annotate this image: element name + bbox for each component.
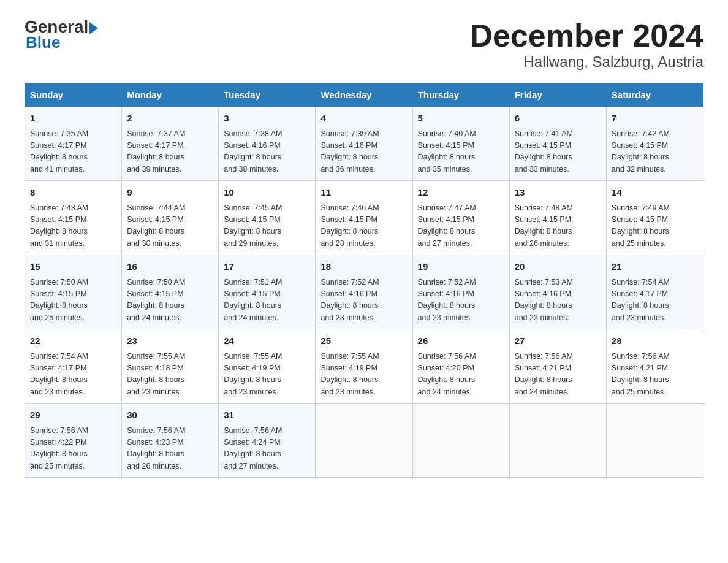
calendar-cell: 18Sunrise: 7:52 AMSunset: 4:16 PMDayligh… <box>316 255 412 329</box>
weekday-header-row: SundayMondayTuesdayWednesdayThursdayFrid… <box>25 83 703 107</box>
page-header: General Blue December 2024 Hallwang, Sal… <box>25 18 703 71</box>
day-number: 11 <box>320 186 407 200</box>
day-detail: Sunrise: 7:49 AMSunset: 4:15 PMDaylight:… <box>612 202 698 250</box>
day-number: 19 <box>418 260 504 274</box>
day-detail: Sunrise: 7:56 AMSunset: 4:22 PMDaylight:… <box>30 425 116 473</box>
calendar-cell <box>606 404 703 478</box>
day-number: 9 <box>127 186 213 200</box>
day-number: 6 <box>515 112 601 126</box>
day-number: 21 <box>612 260 698 274</box>
day-number: 14 <box>612 186 698 200</box>
calendar-week-row: 15Sunrise: 7:50 AMSunset: 4:15 PMDayligh… <box>25 255 703 329</box>
day-detail: Sunrise: 7:48 AMSunset: 4:15 PMDaylight:… <box>515 202 601 250</box>
day-number: 20 <box>515 260 601 274</box>
calendar-cell: 13Sunrise: 7:48 AMSunset: 4:15 PMDayligh… <box>509 181 606 255</box>
calendar-cell <box>316 404 412 478</box>
calendar-cell: 1Sunrise: 7:35 AMSunset: 4:17 PMDaylight… <box>25 107 122 181</box>
weekday-header-wednesday: Wednesday <box>316 83 412 107</box>
calendar-cell: 5Sunrise: 7:40 AMSunset: 4:15 PMDaylight… <box>412 107 509 181</box>
calendar-cell <box>412 404 509 478</box>
calendar-week-row: 8Sunrise: 7:43 AMSunset: 4:15 PMDaylight… <box>25 181 703 255</box>
weekday-header-thursday: Thursday <box>412 83 509 107</box>
day-number: 7 <box>612 112 698 126</box>
day-detail: Sunrise: 7:41 AMSunset: 4:15 PMDaylight:… <box>515 128 601 176</box>
day-number: 13 <box>515 186 601 200</box>
calendar-cell: 25Sunrise: 7:55 AMSunset: 4:19 PMDayligh… <box>316 329 412 404</box>
day-detail: Sunrise: 7:47 AMSunset: 4:15 PMDaylight:… <box>418 202 504 250</box>
calendar-cell: 15Sunrise: 7:50 AMSunset: 4:15 PMDayligh… <box>25 255 122 329</box>
day-number: 15 <box>30 260 116 274</box>
day-detail: Sunrise: 7:54 AMSunset: 4:17 PMDaylight:… <box>612 277 698 324</box>
calendar-cell: 10Sunrise: 7:45 AMSunset: 4:15 PMDayligh… <box>219 181 316 255</box>
day-detail: Sunrise: 7:38 AMSunset: 4:16 PMDaylight:… <box>224 128 310 176</box>
day-detail: Sunrise: 7:37 AMSunset: 4:17 PMDaylight:… <box>127 128 213 176</box>
day-detail: Sunrise: 7:35 AMSunset: 4:17 PMDaylight:… <box>30 128 116 176</box>
day-number: 28 <box>612 334 698 348</box>
calendar-cell: 20Sunrise: 7:53 AMSunset: 4:16 PMDayligh… <box>509 255 606 329</box>
calendar-cell: 26Sunrise: 7:56 AMSunset: 4:20 PMDayligh… <box>412 329 509 404</box>
day-detail: Sunrise: 7:39 AMSunset: 4:16 PMDaylight:… <box>320 128 407 176</box>
calendar-cell: 12Sunrise: 7:47 AMSunset: 4:15 PMDayligh… <box>412 181 509 255</box>
day-detail: Sunrise: 7:51 AMSunset: 4:15 PMDaylight:… <box>224 277 310 324</box>
calendar-cell: 21Sunrise: 7:54 AMSunset: 4:17 PMDayligh… <box>606 255 703 329</box>
calendar-cell: 28Sunrise: 7:56 AMSunset: 4:21 PMDayligh… <box>606 329 703 404</box>
day-number: 30 <box>127 408 213 423</box>
calendar-cell: 31Sunrise: 7:56 AMSunset: 4:24 PMDayligh… <box>219 404 316 478</box>
day-number: 24 <box>224 334 310 348</box>
calendar-cell: 17Sunrise: 7:51 AMSunset: 4:15 PMDayligh… <box>219 255 316 329</box>
calendar-cell: 3Sunrise: 7:38 AMSunset: 4:16 PMDaylight… <box>219 107 316 181</box>
calendar-week-row: 22Sunrise: 7:54 AMSunset: 4:17 PMDayligh… <box>25 329 703 404</box>
day-number: 22 <box>30 334 116 348</box>
month-title: December 2024 <box>469 18 703 53</box>
day-detail: Sunrise: 7:55 AMSunset: 4:19 PMDaylight:… <box>320 351 407 399</box>
day-number: 4 <box>320 112 407 126</box>
calendar-cell: 6Sunrise: 7:41 AMSunset: 4:15 PMDaylight… <box>509 107 606 181</box>
calendar-table: SundayMondayTuesdayWednesdayThursdayFrid… <box>25 83 703 478</box>
day-number: 27 <box>515 334 601 348</box>
weekday-header-friday: Friday <box>509 83 606 107</box>
day-detail: Sunrise: 7:50 AMSunset: 4:15 PMDaylight:… <box>127 277 213 324</box>
calendar-cell: 23Sunrise: 7:55 AMSunset: 4:18 PMDayligh… <box>122 329 219 404</box>
day-detail: Sunrise: 7:40 AMSunset: 4:15 PMDaylight:… <box>418 128 504 176</box>
day-number: 17 <box>224 260 310 274</box>
day-number: 18 <box>320 260 407 274</box>
day-number: 2 <box>127 112 213 126</box>
day-number: 29 <box>30 408 116 423</box>
logo-blue-text: Blue <box>25 33 60 52</box>
day-number: 31 <box>224 408 310 423</box>
location-title: Hallwang, Salzburg, Austria <box>469 53 703 71</box>
day-number: 5 <box>418 112 504 126</box>
day-detail: Sunrise: 7:42 AMSunset: 4:15 PMDaylight:… <box>612 128 698 176</box>
calendar-cell: 19Sunrise: 7:52 AMSunset: 4:16 PMDayligh… <box>412 255 509 329</box>
day-number: 25 <box>320 334 407 348</box>
day-detail: Sunrise: 7:45 AMSunset: 4:15 PMDaylight:… <box>224 202 310 250</box>
day-number: 1 <box>30 112 116 126</box>
day-number: 12 <box>418 186 504 200</box>
calendar-cell: 11Sunrise: 7:46 AMSunset: 4:15 PMDayligh… <box>316 181 412 255</box>
day-detail: Sunrise: 7:46 AMSunset: 4:15 PMDaylight:… <box>320 202 407 250</box>
day-number: 10 <box>224 186 310 200</box>
calendar-cell: 8Sunrise: 7:43 AMSunset: 4:15 PMDaylight… <box>25 181 122 255</box>
calendar-week-row: 1Sunrise: 7:35 AMSunset: 4:17 PMDaylight… <box>25 107 703 181</box>
calendar-cell: 22Sunrise: 7:54 AMSunset: 4:17 PMDayligh… <box>25 329 122 404</box>
calendar-cell: 29Sunrise: 7:56 AMSunset: 4:22 PMDayligh… <box>25 404 122 478</box>
weekday-header-sunday: Sunday <box>25 83 122 107</box>
weekday-header-monday: Monday <box>122 83 219 107</box>
day-number: 23 <box>127 334 213 348</box>
calendar-cell: 24Sunrise: 7:55 AMSunset: 4:19 PMDayligh… <box>219 329 316 404</box>
day-detail: Sunrise: 7:54 AMSunset: 4:17 PMDaylight:… <box>30 351 116 399</box>
day-detail: Sunrise: 7:55 AMSunset: 4:18 PMDaylight:… <box>127 351 213 399</box>
calendar-cell: 9Sunrise: 7:44 AMSunset: 4:15 PMDaylight… <box>122 181 219 255</box>
day-detail: Sunrise: 7:56 AMSunset: 4:23 PMDaylight:… <box>127 425 213 473</box>
logo-triangle-icon <box>89 22 98 34</box>
calendar-cell: 27Sunrise: 7:56 AMSunset: 4:21 PMDayligh… <box>509 329 606 404</box>
day-detail: Sunrise: 7:56 AMSunset: 4:21 PMDaylight:… <box>515 351 601 399</box>
day-detail: Sunrise: 7:56 AMSunset: 4:24 PMDaylight:… <box>224 425 310 473</box>
weekday-header-saturday: Saturday <box>606 83 703 107</box>
calendar-cell: 2Sunrise: 7:37 AMSunset: 4:17 PMDaylight… <box>122 107 219 181</box>
day-detail: Sunrise: 7:52 AMSunset: 4:16 PMDaylight:… <box>418 277 504 324</box>
logo: General Blue <box>25 18 99 52</box>
calendar-week-row: 29Sunrise: 7:56 AMSunset: 4:22 PMDayligh… <box>25 404 703 478</box>
calendar-cell: 16Sunrise: 7:50 AMSunset: 4:15 PMDayligh… <box>122 255 219 329</box>
day-detail: Sunrise: 7:43 AMSunset: 4:15 PMDaylight:… <box>30 202 116 250</box>
